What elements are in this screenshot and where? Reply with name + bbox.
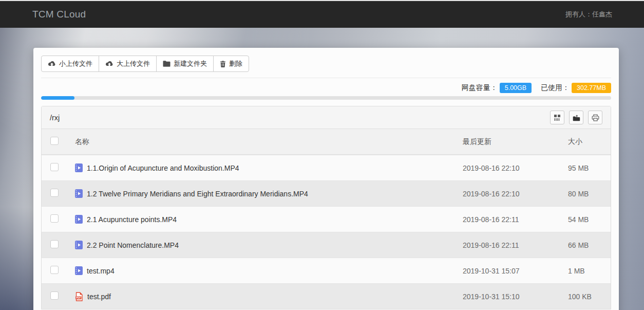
file-size: 66 MB — [568, 241, 611, 249]
storage-progress-fill — [41, 96, 74, 100]
select-all-checkbox[interactable] — [50, 137, 59, 145]
row-checkbox[interactable] — [50, 266, 59, 274]
file-size: 100 KB — [568, 293, 611, 301]
top-navbar: TCM CLoud 拥有人：任鑫杰 — [0, 0, 644, 28]
capacity-label: 网盘容量： — [462, 83, 498, 92]
file-updated: 2019-08-16 22:11 — [463, 241, 568, 249]
print-icon — [592, 114, 599, 121]
trash-icon — [220, 61, 226, 67]
toolbar: 小上传文件 大上传文件 新建文件夹 删除 — [41, 56, 249, 72]
file-name[interactable]: 2.1 Acupuncture points.MP4 — [87, 215, 177, 224]
app-title: TCM CLoud — [32, 9, 86, 20]
used-badge: 302.77MB — [572, 83, 611, 93]
file-updated: 2019-10-31 15:10 — [463, 293, 568, 301]
table-row[interactable]: 1.2 Twelve Primary Meridians and Eight E… — [42, 180, 611, 206]
button-label: 小上传文件 — [59, 59, 92, 68]
grid-view-icon — [554, 114, 561, 121]
file-updated: 2019-10-31 15:07 — [463, 267, 568, 275]
capacity-badge: 5.00GB — [500, 83, 532, 93]
video-file-icon — [75, 189, 83, 198]
file-name[interactable]: test.pdf — [87, 293, 111, 301]
storage-summary: 网盘容量：5.00GB 已使用：302.77MB — [41, 83, 611, 93]
file-name[interactable]: 1.1.Origin of Acupuncture and Moxibustio… — [87, 164, 239, 172]
table-header: 名称 最后更新 大小 — [42, 129, 611, 155]
new-folder-button[interactable]: 新建文件夹 — [156, 56, 214, 72]
column-updated: 最后更新 — [463, 137, 568, 147]
large-upload-button[interactable]: 大上传文件 — [99, 56, 157, 72]
path-bar: /rxj — [42, 106, 611, 129]
row-checkbox[interactable] — [50, 214, 59, 223]
svg-text:PDF: PDF — [76, 296, 81, 299]
print-button[interactable] — [588, 111, 602, 124]
file-browser: /rxj — [41, 106, 611, 309]
cloud-upload-icon — [105, 61, 113, 67]
file-name[interactable]: test.mp4 — [87, 267, 115, 275]
used-label: 已使用： — [541, 83, 570, 92]
pdf-file-icon: PDF — [75, 292, 83, 301]
button-label: 大上传文件 — [117, 59, 150, 68]
storage-progress-bar — [41, 96, 611, 100]
table-row[interactable]: test.mp4 2019-10-31 15:07 1 MB — [42, 258, 611, 283]
file-size: 1 MB — [568, 267, 611, 275]
file-size: 80 MB — [568, 190, 611, 198]
folder-upload-icon — [573, 114, 580, 121]
row-checkbox[interactable] — [50, 240, 59, 248]
file-size: 95 MB — [568, 164, 611, 172]
table-row[interactable]: 2.2 Point Nomenclature.MP4 2019-08-16 22… — [42, 232, 611, 258]
table-row[interactable]: 1.1.Origin of Acupuncture and Moxibustio… — [42, 155, 611, 180]
video-file-icon — [75, 266, 83, 275]
toolbar-divider — [41, 78, 611, 78]
file-name[interactable]: 2.2 Point Nomenclature.MP4 — [87, 241, 179, 249]
delete-button[interactable]: 删除 — [213, 56, 249, 72]
owner-label: 拥有人：任鑫杰 — [565, 10, 612, 19]
button-label: 删除 — [229, 59, 242, 68]
button-label: 新建文件夹 — [174, 59, 207, 68]
file-updated: 2019-08-16 22:10 — [463, 164, 568, 172]
video-file-icon — [75, 241, 83, 249]
small-upload-button[interactable]: 小上传文件 — [41, 56, 99, 72]
folder-upload-button[interactable] — [569, 111, 583, 124]
file-name[interactable]: 1.2 Twelve Primary Meridians and Eight E… — [87, 190, 308, 198]
file-size: 54 MB — [568, 215, 611, 224]
file-updated: 2019-08-16 22:10 — [463, 190, 568, 198]
table-row[interactable]: 2.1 Acupuncture points.MP4 2019-08-16 22… — [42, 206, 611, 232]
table-row[interactable]: PDF test.pdf 2019-10-31 15:10 100 KB — [42, 283, 611, 309]
current-path: /rxj — [50, 114, 60, 122]
grid-view-button[interactable] — [550, 111, 564, 124]
file-updated: 2019-08-16 22:11 — [463, 215, 568, 224]
column-name: 名称 — [75, 137, 463, 147]
folder-icon — [163, 61, 171, 67]
main-panel: 小上传文件 大上传文件 新建文件夹 删除 网盘容量：5.00GB 已使用：302… — [33, 48, 619, 310]
column-size: 大小 — [568, 137, 611, 147]
video-file-icon — [75, 215, 83, 224]
row-checkbox[interactable] — [50, 291, 59, 300]
view-buttons — [550, 111, 602, 124]
video-file-icon — [75, 163, 83, 172]
row-checkbox[interactable] — [50, 163, 59, 171]
row-checkbox[interactable] — [50, 189, 59, 197]
cloud-upload-icon — [48, 61, 56, 67]
